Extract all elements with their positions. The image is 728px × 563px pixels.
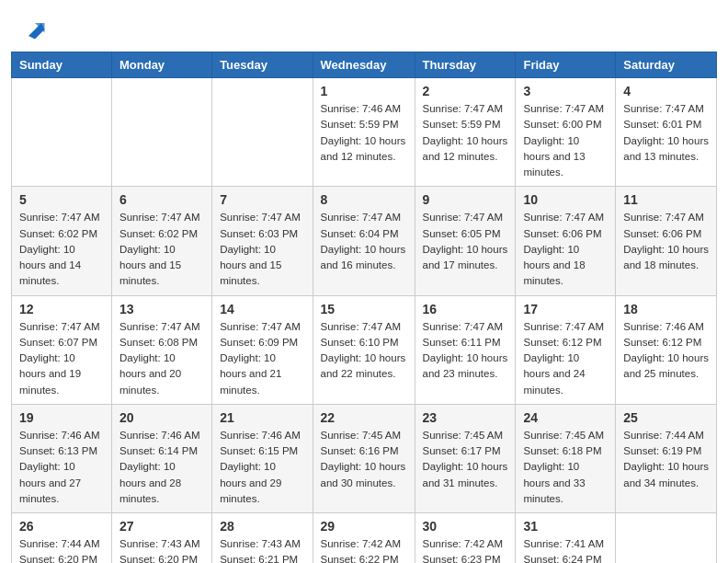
calendar-cell: 20Sunrise: 7:46 AM Sunset: 6:14 PM Dayli… <box>111 404 211 512</box>
calendar-cell: 4Sunrise: 7:47 AM Sunset: 6:01 PM Daylig… <box>616 78 717 187</box>
calendar-cell: 24Sunrise: 7:45 AM Sunset: 6:18 PM Dayli… <box>516 404 616 512</box>
calendar-wrapper: SundayMondayTuesdayWednesdayThursdayFrid… <box>0 52 728 563</box>
calendar-cell: 1Sunrise: 7:46 AM Sunset: 5:59 PM Daylig… <box>313 78 415 187</box>
day-number: 25 <box>623 410 709 425</box>
day-number: 21 <box>220 410 304 425</box>
day-number: 11 <box>623 192 709 207</box>
day-info: Sunrise: 7:42 AM Sunset: 6:23 PM Dayligh… <box>423 536 508 563</box>
calendar-cell: 3Sunrise: 7:47 AM Sunset: 6:00 PM Daylig… <box>516 78 616 187</box>
day-info: Sunrise: 7:47 AM Sunset: 6:00 PM Dayligh… <box>523 101 608 180</box>
calendar-cell: 21Sunrise: 7:46 AM Sunset: 6:15 PM Dayli… <box>212 404 313 512</box>
calendar-cell: 15Sunrise: 7:47 AM Sunset: 6:10 PM Dayli… <box>313 295 415 404</box>
calendar-cell: 2Sunrise: 7:47 AM Sunset: 5:59 PM Daylig… <box>415 78 516 187</box>
day-number: 9 <box>423 192 508 207</box>
day-number: 1 <box>321 84 407 98</box>
day-number: 18 <box>623 302 709 316</box>
logo <box>22 17 51 42</box>
day-info: Sunrise: 7:47 AM Sunset: 6:10 PM Dayligh… <box>321 319 407 383</box>
day-number: 7 <box>220 192 304 207</box>
day-number: 28 <box>220 519 304 534</box>
day-number: 27 <box>119 519 204 534</box>
calendar-cell: 31Sunrise: 7:41 AM Sunset: 6:24 PM Dayli… <box>516 513 616 564</box>
calendar-cell: 26Sunrise: 7:44 AM Sunset: 6:20 PM Dayli… <box>12 513 112 564</box>
calendar-day-header: Thursday <box>415 52 516 78</box>
day-number: 8 <box>321 192 407 207</box>
calendar-cell <box>12 78 112 187</box>
calendar-cell: 23Sunrise: 7:45 AM Sunset: 6:17 PM Dayli… <box>415 404 516 512</box>
calendar-week-row: 19Sunrise: 7:46 AM Sunset: 6:13 PM Dayli… <box>12 404 717 512</box>
day-info: Sunrise: 7:46 AM Sunset: 5:59 PM Dayligh… <box>321 101 407 165</box>
day-info: Sunrise: 7:46 AM Sunset: 6:12 PM Dayligh… <box>623 319 709 383</box>
day-info: Sunrise: 7:47 AM Sunset: 6:12 PM Dayligh… <box>523 319 608 398</box>
calendar-week-row: 5Sunrise: 7:47 AM Sunset: 6:02 PM Daylig… <box>12 187 717 295</box>
calendar-cell: 7Sunrise: 7:47 AM Sunset: 6:03 PM Daylig… <box>212 187 313 295</box>
calendar-cell: 13Sunrise: 7:47 AM Sunset: 6:08 PM Dayli… <box>111 295 211 404</box>
calendar-day-header: Friday <box>516 52 616 78</box>
day-number: 10 <box>523 192 608 207</box>
day-number: 29 <box>321 519 407 534</box>
day-info: Sunrise: 7:47 AM Sunset: 6:02 PM Dayligh… <box>19 210 104 289</box>
day-info: Sunrise: 7:47 AM Sunset: 6:08 PM Dayligh… <box>119 319 204 398</box>
calendar-day-header: Sunday <box>12 52 112 78</box>
day-number: 23 <box>423 410 508 425</box>
day-number: 20 <box>119 410 204 425</box>
calendar-day-header: Monday <box>111 52 211 78</box>
day-number: 5 <box>19 192 104 207</box>
calendar-header-row: SundayMondayTuesdayWednesdayThursdayFrid… <box>12 52 717 78</box>
day-number: 31 <box>523 519 608 534</box>
calendar-cell: 27Sunrise: 7:43 AM Sunset: 6:20 PM Dayli… <box>111 513 211 564</box>
day-info: Sunrise: 7:46 AM Sunset: 6:13 PM Dayligh… <box>19 428 104 507</box>
day-info: Sunrise: 7:47 AM Sunset: 6:06 PM Dayligh… <box>623 210 709 273</box>
calendar-cell: 5Sunrise: 7:47 AM Sunset: 6:02 PM Daylig… <box>12 187 112 295</box>
day-number: 19 <box>19 410 104 425</box>
calendar-cell: 6Sunrise: 7:47 AM Sunset: 6:02 PM Daylig… <box>111 187 211 295</box>
day-info: Sunrise: 7:47 AM Sunset: 6:06 PM Dayligh… <box>523 210 608 289</box>
calendar-cell <box>616 513 717 564</box>
day-number: 24 <box>523 410 608 425</box>
day-number: 4 <box>623 84 709 98</box>
day-info: Sunrise: 7:45 AM Sunset: 6:18 PM Dayligh… <box>523 428 608 507</box>
calendar-cell: 30Sunrise: 7:42 AM Sunset: 6:23 PM Dayli… <box>415 513 516 564</box>
day-info: Sunrise: 7:44 AM Sunset: 6:20 PM Dayligh… <box>19 536 104 563</box>
day-info: Sunrise: 7:42 AM Sunset: 6:22 PM Dayligh… <box>321 536 407 563</box>
day-info: Sunrise: 7:47 AM Sunset: 6:02 PM Dayligh… <box>119 210 204 289</box>
day-number: 13 <box>119 302 204 316</box>
day-info: Sunrise: 7:47 AM Sunset: 6:05 PM Dayligh… <box>423 210 508 273</box>
calendar-cell: 11Sunrise: 7:47 AM Sunset: 6:06 PM Dayli… <box>616 187 717 295</box>
calendar-table: SundayMondayTuesdayWednesdayThursdayFrid… <box>11 52 717 563</box>
calendar-cell: 12Sunrise: 7:47 AM Sunset: 6:07 PM Dayli… <box>12 295 112 404</box>
calendar-cell <box>111 78 211 187</box>
calendar-cell: 9Sunrise: 7:47 AM Sunset: 6:05 PM Daylig… <box>415 187 516 295</box>
calendar-cell: 17Sunrise: 7:47 AM Sunset: 6:12 PM Dayli… <box>516 295 616 404</box>
day-info: Sunrise: 7:47 AM Sunset: 6:04 PM Dayligh… <box>321 210 407 273</box>
day-info: Sunrise: 7:47 AM Sunset: 5:59 PM Dayligh… <box>423 101 508 165</box>
calendar-cell: 10Sunrise: 7:47 AM Sunset: 6:06 PM Dayli… <box>516 187 616 295</box>
calendar-cell: 18Sunrise: 7:46 AM Sunset: 6:12 PM Dayli… <box>616 295 717 404</box>
day-number: 26 <box>19 519 104 534</box>
day-info: Sunrise: 7:47 AM Sunset: 6:11 PM Dayligh… <box>423 319 508 383</box>
calendar-cell: 14Sunrise: 7:47 AM Sunset: 6:09 PM Dayli… <box>212 295 313 404</box>
day-number: 12 <box>19 302 104 316</box>
day-number: 3 <box>523 84 608 98</box>
day-number: 2 <box>423 84 508 98</box>
day-info: Sunrise: 7:46 AM Sunset: 6:15 PM Dayligh… <box>220 428 304 507</box>
calendar-cell: 19Sunrise: 7:46 AM Sunset: 6:13 PM Dayli… <box>12 404 112 512</box>
day-number: 30 <box>423 519 508 534</box>
calendar-cell: 8Sunrise: 7:47 AM Sunset: 6:04 PM Daylig… <box>313 187 415 295</box>
calendar-cell <box>212 78 313 187</box>
calendar-week-row: 26Sunrise: 7:44 AM Sunset: 6:20 PM Dayli… <box>12 513 717 564</box>
day-info: Sunrise: 7:47 AM Sunset: 6:03 PM Dayligh… <box>220 210 304 289</box>
day-info: Sunrise: 7:45 AM Sunset: 6:17 PM Dayligh… <box>423 428 508 491</box>
calendar-cell: 28Sunrise: 7:43 AM Sunset: 6:21 PM Dayli… <box>212 513 313 564</box>
day-info: Sunrise: 7:44 AM Sunset: 6:19 PM Dayligh… <box>623 428 709 491</box>
logo-icon <box>22 17 48 42</box>
day-info: Sunrise: 7:43 AM Sunset: 6:21 PM Dayligh… <box>220 536 304 563</box>
calendar-day-header: Saturday <box>616 52 717 78</box>
calendar-cell: 25Sunrise: 7:44 AM Sunset: 6:19 PM Dayli… <box>616 404 717 512</box>
calendar-day-header: Tuesday <box>212 52 313 78</box>
day-info: Sunrise: 7:45 AM Sunset: 6:16 PM Dayligh… <box>321 428 407 491</box>
calendar-cell: 22Sunrise: 7:45 AM Sunset: 6:16 PM Dayli… <box>313 404 415 512</box>
calendar-cell: 16Sunrise: 7:47 AM Sunset: 6:11 PM Dayli… <box>415 295 516 404</box>
day-number: 14 <box>220 302 304 316</box>
calendar-day-header: Wednesday <box>313 52 415 78</box>
